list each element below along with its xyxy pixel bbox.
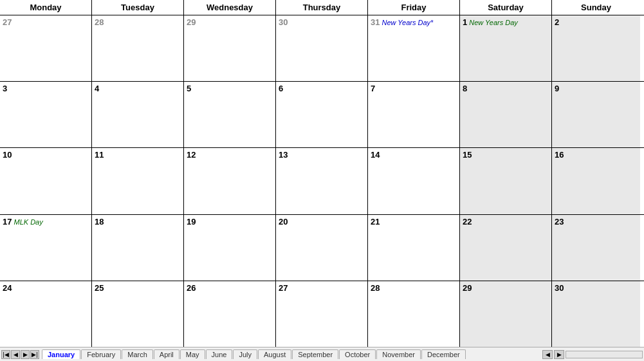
calendar-cell[interactable]: 20: [276, 215, 368, 281]
calendar-cell[interactable]: 26: [184, 281, 276, 347]
calendar-cell[interactable]: 12: [184, 148, 276, 214]
date-number: 2: [555, 17, 559, 27]
date-number: 30: [555, 283, 564, 293]
calendar-row-0: 2728293031New Years Day*1New Years Day2: [0, 15, 644, 82]
calendar-cell[interactable]: 13: [276, 148, 368, 214]
nav-last[interactable]: ▶|: [30, 350, 39, 359]
header-day-friday: Friday: [368, 0, 460, 15]
scrollbar-area: ◀ ▶: [542, 350, 643, 359]
calendar-cell[interactable]: 28: [92, 15, 184, 81]
tab-nav: |◀ ◀ ▶ ▶|: [1, 350, 39, 359]
date-number: 20: [279, 217, 288, 227]
calendar-cell[interactable]: 7: [368, 82, 460, 147]
date-number: 4: [95, 84, 99, 93]
calendar-cell[interactable]: 31New Years Day*: [368, 15, 460, 81]
calendar-cell[interactable]: 28: [368, 281, 460, 347]
date-number: 28: [95, 17, 104, 27]
calendar-cell[interactable]: 4: [92, 82, 184, 147]
date-number: 1: [463, 17, 467, 27]
header-day-thursday: Thursday: [276, 0, 368, 15]
nav-next[interactable]: ▶: [21, 350, 30, 359]
tab-september[interactable]: September: [292, 349, 338, 359]
calendar-cell[interactable]: 22: [460, 215, 552, 281]
calendar-row-2: 10111213141516: [0, 148, 644, 214]
date-number: 18: [95, 217, 104, 227]
date-number: 10: [3, 150, 12, 160]
tab-august[interactable]: August: [258, 349, 291, 359]
date-number: 12: [187, 150, 196, 160]
scroll-left[interactable]: ◀: [542, 350, 553, 359]
calendar-cell[interactable]: 10: [0, 148, 92, 214]
date-number: 19: [187, 217, 196, 227]
date-number: 3: [3, 84, 7, 93]
calendar-cell[interactable]: 14: [368, 148, 460, 214]
date-number: 24: [3, 283, 12, 293]
calendar-header: MondayTuesdayWednesdayThursdayFridaySatu…: [0, 0, 644, 15]
date-number: 6: [279, 84, 283, 93]
tab-november[interactable]: November: [376, 349, 421, 359]
date-number: 28: [371, 283, 380, 293]
calendar-cell[interactable]: 27: [276, 281, 368, 347]
calendar-cell[interactable]: 1New Years Day: [460, 15, 552, 81]
header-day-monday: Monday: [0, 0, 92, 15]
calendar-cell[interactable]: 17MLK Day: [0, 215, 92, 281]
calendar-cell[interactable]: 19: [184, 215, 276, 281]
calendar-row-1: 3456789: [0, 82, 644, 148]
tab-may[interactable]: May: [180, 349, 205, 359]
calendar-cell[interactable]: 11: [92, 148, 184, 214]
tab-january[interactable]: January: [42, 349, 80, 359]
calendar-cell[interactable]: 21: [368, 215, 460, 281]
date-number: 13: [279, 150, 288, 160]
date-number: 30: [279, 17, 288, 27]
scroll-right[interactable]: ▶: [554, 350, 564, 359]
calendar-row-4: 24252627282930: [0, 281, 644, 347]
tab-february[interactable]: February: [81, 349, 121, 359]
calendar-cell[interactable]: 18: [92, 215, 184, 281]
date-number: 11: [95, 150, 104, 160]
date-number: 31: [371, 17, 380, 27]
date-number: 26: [187, 283, 196, 293]
calendar-cell[interactable]: 27: [0, 15, 92, 81]
date-number: 29: [187, 17, 196, 27]
calendar-cell[interactable]: 15: [460, 148, 552, 214]
nav-prev[interactable]: ◀: [11, 350, 20, 359]
date-number: 5: [187, 84, 191, 93]
date-number: 8: [463, 84, 467, 93]
tab-october[interactable]: October: [339, 349, 376, 359]
calendar-cell[interactable]: 25: [92, 281, 184, 347]
date-number: 23: [555, 217, 564, 227]
nav-first[interactable]: |◀: [1, 350, 10, 359]
date-number: 16: [555, 150, 564, 160]
header-day-wednesday: Wednesday: [184, 0, 276, 15]
calendar-cell[interactable]: 29: [460, 281, 552, 347]
calendar-cell[interactable]: 9: [552, 82, 640, 147]
scroll-track[interactable]: [566, 351, 643, 358]
date-number: 17: [3, 217, 12, 227]
date-number: 29: [463, 283, 472, 293]
date-number: 7: [371, 84, 375, 93]
calendar-row-3: 17MLK Day181920212223: [0, 215, 644, 281]
calendar-cell[interactable]: 23: [552, 215, 640, 281]
calendar-body: 2728293031New Years Day*1New Years Day23…: [0, 15, 644, 347]
calendar-cell[interactable]: 30: [552, 281, 640, 347]
header-day-saturday: Saturday: [460, 0, 552, 15]
calendar-cell[interactable]: 3: [0, 82, 92, 147]
date-number: 9: [555, 84, 559, 93]
calendar-cell[interactable]: 30: [276, 15, 368, 81]
holiday-label: New Years Day*: [382, 19, 433, 26]
tab-march[interactable]: March: [122, 349, 153, 359]
calendar-cell[interactable]: 8: [460, 82, 552, 147]
tab-april[interactable]: April: [154, 349, 179, 359]
tab-july[interactable]: July: [233, 349, 257, 359]
date-number: 27: [279, 283, 288, 293]
tab-june[interactable]: June: [206, 349, 233, 359]
calendar-cell[interactable]: 29: [184, 15, 276, 81]
calendar-cell[interactable]: 24: [0, 281, 92, 347]
calendar-cell[interactable]: 2: [552, 15, 640, 81]
tab-december[interactable]: December: [421, 349, 466, 359]
date-number: 14: [371, 150, 380, 160]
calendar-cell[interactable]: 6: [276, 82, 368, 147]
calendar-wrapper: MondayTuesdayWednesdayThursdayFridaySatu…: [0, 0, 644, 361]
calendar-cell[interactable]: 16: [552, 148, 640, 214]
calendar-cell[interactable]: 5: [184, 82, 276, 147]
